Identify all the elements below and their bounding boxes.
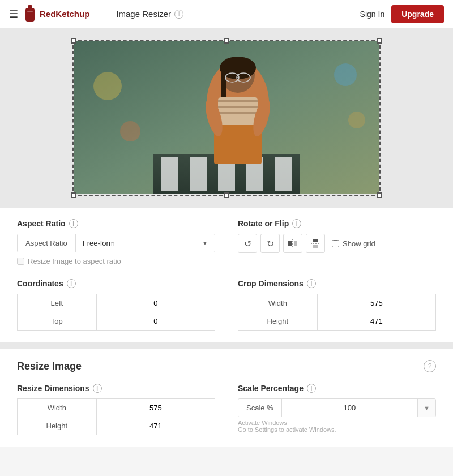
aspect-ratio-cell-label: Aspect Ratio bbox=[18, 234, 76, 252]
coordinates-group: Coordinates i Left Top bbox=[17, 279, 215, 331]
aspect-ratio-info-icon[interactable]: i bbox=[69, 219, 78, 228]
app-header: ☰ RedKetchup Image Resizer i Sign In Upg… bbox=[0, 0, 453, 28]
top-input[interactable] bbox=[104, 317, 208, 325]
handle-top-left[interactable] bbox=[71, 38, 76, 44]
upgrade-button[interactable]: Upgrade bbox=[391, 5, 444, 23]
show-grid-checkbox[interactable] bbox=[332, 240, 339, 247]
rotate-left-icon: ↺ bbox=[244, 238, 251, 249]
svg-rect-9 bbox=[275, 157, 292, 191]
resize-width-label: Width bbox=[18, 399, 97, 417]
rotate-flip-controls: ↺ ↻ bbox=[238, 234, 436, 253]
crop-dimensions-info-icon[interactable]: i bbox=[307, 279, 316, 288]
coordinates-label: Coordinates i bbox=[17, 279, 215, 288]
scale-percentage-group: Scale Percentage i Scale % 100 ▼ Activat… bbox=[238, 384, 436, 435]
rotate-flip-label: Rotate or Flip i bbox=[238, 219, 436, 228]
top-value-cell[interactable] bbox=[96, 312, 215, 331]
resize-height-input[interactable] bbox=[104, 422, 208, 430]
svg-point-11 bbox=[334, 63, 357, 86]
resize-width-value-cell[interactable] bbox=[96, 399, 215, 417]
header-divider bbox=[108, 7, 108, 21]
crop-width-label: Width bbox=[238, 294, 318, 312]
rotate-flip-info-icon[interactable]: i bbox=[292, 219, 301, 228]
aspect-ratio-dropdown[interactable]: Free-form ▼ bbox=[76, 234, 215, 252]
show-grid-row: Show grid bbox=[332, 239, 375, 248]
left-input[interactable] bbox=[104, 299, 208, 307]
handle-top-mid[interactable] bbox=[224, 38, 229, 44]
resize-to-aspect-checkbox[interactable] bbox=[17, 258, 24, 265]
svg-rect-21 bbox=[218, 112, 258, 114]
crop-height-input[interactable] bbox=[324, 317, 429, 325]
title-info-icon[interactable]: i bbox=[174, 10, 183, 19]
coordinates-info-icon[interactable]: i bbox=[67, 279, 76, 288]
main-image bbox=[74, 41, 379, 194]
scale-value-cell[interactable]: 100 bbox=[282, 399, 417, 417]
top-label: Top bbox=[18, 312, 97, 331]
scale-cell-label: Scale % bbox=[238, 399, 282, 417]
scale-row: Scale % 100 ▼ bbox=[238, 398, 436, 417]
resize-dimensions-label: Resize Dimensions i bbox=[17, 384, 215, 393]
crop-height-row: Height bbox=[238, 312, 436, 331]
rotate-flip-group: Rotate or Flip i ↺ ↻ bbox=[238, 219, 436, 265]
section-divider bbox=[0, 342, 453, 349]
resize-header: Resize Image ? bbox=[17, 360, 436, 372]
resize-width-row: Width bbox=[18, 399, 215, 417]
resize-width-input[interactable] bbox=[104, 404, 208, 412]
bottom-controls-row: Coordinates i Left Top bbox=[17, 279, 436, 331]
crop-dimensions-label: Crop Dimensions i bbox=[238, 279, 436, 288]
resize-height-value-cell[interactable] bbox=[96, 417, 215, 435]
menu-icon[interactable]: ☰ bbox=[9, 8, 18, 20]
crop-width-row: Width bbox=[238, 294, 436, 312]
resize-height-row: Height bbox=[18, 417, 215, 435]
resize-help-icon[interactable]: ? bbox=[424, 360, 436, 372]
top-controls-row: Aspect Ratio i Aspect Ratio Free-form ▼ … bbox=[17, 219, 436, 265]
app-title-area: Image Resizer i bbox=[116, 9, 183, 19]
resize-controls-row: Resize Dimensions i Width Height bbox=[17, 384, 436, 435]
brand-name: RedKetchup bbox=[40, 9, 89, 19]
flip-h-icon bbox=[288, 238, 298, 248]
resize-height-label: Height bbox=[18, 417, 97, 435]
scale-dropdown-arrow-icon: ▼ bbox=[424, 405, 430, 411]
svg-point-12 bbox=[348, 112, 365, 128]
resize-dimensions-info-icon[interactable]: i bbox=[93, 384, 102, 393]
handle-bottom-left[interactable] bbox=[71, 192, 76, 198]
scale-dropdown[interactable]: ▼ bbox=[417, 399, 435, 417]
rotate-left-button[interactable]: ↺ bbox=[238, 234, 257, 253]
watermark-text: Activate WindowsGo to Settings to activa… bbox=[238, 419, 436, 433]
svg-rect-1 bbox=[25, 8, 35, 22]
handle-bottom-right[interactable] bbox=[377, 192, 382, 198]
handle-bottom-mid[interactable] bbox=[224, 192, 229, 198]
left-label: Left bbox=[18, 294, 97, 312]
resize-to-aspect-row: Resize Image to aspect ratio bbox=[17, 257, 215, 265]
image-area bbox=[0, 28, 453, 208]
brand-logo: RedKetchup bbox=[24, 5, 89, 23]
scale-info-icon[interactable]: i bbox=[307, 384, 316, 393]
rotate-right-button[interactable]: ↻ bbox=[260, 234, 280, 253]
left-row: Left bbox=[18, 294, 215, 312]
svg-point-10 bbox=[93, 72, 122, 100]
crop-dimensions-table: Width Height bbox=[238, 294, 436, 331]
resize-dimensions-table: Width Height bbox=[17, 398, 215, 435]
svg-rect-19 bbox=[218, 100, 258, 102]
image-container[interactable] bbox=[72, 40, 381, 196]
app-title: Image Resizer bbox=[116, 9, 171, 19]
flip-vertical-button[interactable] bbox=[306, 234, 325, 253]
svg-rect-31 bbox=[313, 239, 318, 242]
svg-rect-29 bbox=[294, 241, 297, 246]
crop-height-label: Height bbox=[238, 312, 318, 331]
controls-section: Aspect Ratio i Aspect Ratio Free-form ▼ … bbox=[0, 208, 453, 342]
crop-width-input[interactable] bbox=[324, 299, 429, 307]
scale-percentage-label: Scale Percentage i bbox=[238, 384, 436, 393]
left-value-cell[interactable] bbox=[96, 294, 215, 312]
resize-section: Resize Image ? Resize Dimensions i Width… bbox=[0, 349, 453, 447]
crop-height-value-cell[interactable] bbox=[317, 312, 435, 331]
svg-rect-6 bbox=[190, 157, 207, 191]
crop-dimensions-group: Crop Dimensions i Width Height bbox=[238, 279, 436, 331]
resize-title: Resize Image bbox=[17, 361, 82, 372]
handle-top-right[interactable] bbox=[377, 38, 382, 44]
flip-horizontal-button[interactable] bbox=[283, 234, 302, 253]
header-actions: Sign In Upgrade bbox=[360, 5, 444, 23]
rotate-right-icon: ↻ bbox=[267, 238, 274, 249]
signin-button[interactable]: Sign In bbox=[360, 10, 385, 19]
coordinates-table: Left Top bbox=[17, 294, 215, 331]
crop-width-value-cell[interactable] bbox=[317, 294, 435, 312]
